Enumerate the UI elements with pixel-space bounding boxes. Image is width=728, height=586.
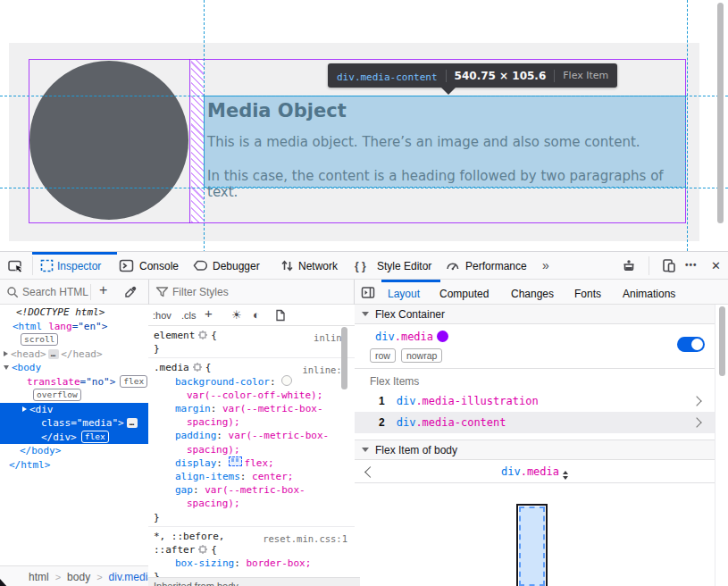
flex-highlight-toggle[interactable] bbox=[677, 337, 705, 352]
toggle-knob bbox=[691, 339, 703, 350]
more-tools-chevron-icon[interactable]: » bbox=[542, 258, 549, 272]
flex-toggle-icon[interactable] bbox=[229, 456, 242, 466]
overflow-badge-row: overflow bbox=[0, 389, 148, 403]
highlighter-tooltip: div.media-content 540.75 × 105.6 Flex It… bbox=[328, 63, 617, 88]
sidebar-tabs-row: Layout Computed Changes Fonts Animations bbox=[355, 280, 728, 305]
head-node[interactable]: <head>…</head> bbox=[0, 347, 148, 362]
dark-theme-icon[interactable]: ◐ bbox=[253, 308, 260, 322]
tab-console[interactable]: Console bbox=[139, 260, 179, 272]
active-tab-indicator bbox=[32, 252, 117, 255]
overflow-badge[interactable]: overflow bbox=[33, 389, 81, 401]
pseudo-class-toggle[interactable]: :hov bbox=[153, 310, 172, 321]
html-node[interactable]: <htmllang="en"> bbox=[0, 320, 148, 334]
tab-fonts[interactable]: Fonts bbox=[574, 288, 601, 300]
rule-highlighter-icon[interactable] bbox=[193, 363, 202, 372]
console-icon bbox=[119, 258, 134, 273]
search-input[interactable]: Search HTML bbox=[22, 286, 88, 298]
twisty-icon[interactable] bbox=[4, 365, 9, 370]
css-rule-media[interactable]: .media{inline:5 background-colorvar(--co… bbox=[148, 358, 355, 526]
decl-display[interactable]: displayflex; bbox=[154, 456, 347, 470]
decl-align-items[interactable]: align-itemscenter; bbox=[154, 470, 347, 483]
color-swatch[interactable] bbox=[281, 375, 292, 386]
body-close-node[interactable]: </body> bbox=[0, 444, 148, 458]
toolbar-separator bbox=[90, 284, 91, 300]
tab-inspector[interactable]: Inspector bbox=[57, 260, 101, 272]
responsive-design-icon[interactable] bbox=[660, 257, 678, 275]
class-toggle[interactable]: .cls bbox=[181, 310, 197, 321]
browser-toolbox-icon[interactable] bbox=[620, 257, 638, 275]
rule-highlighter-icon[interactable] bbox=[198, 331, 207, 339]
tab-debugger[interactable]: Debugger bbox=[213, 260, 260, 272]
sidebar-scrollbar-thumb[interactable] bbox=[719, 306, 725, 376]
tab-layout[interactable]: Layout bbox=[388, 288, 420, 300]
add-rule-icon[interactable]: + bbox=[205, 306, 213, 321]
doctype-node[interactable]: <!DOCTYPE html> bbox=[0, 306, 148, 320]
flex-item-row-2[interactable]: 2 div.media-content bbox=[355, 412, 715, 433]
decl-background-color[interactable]: background-colorvar(--color-off-white); bbox=[154, 375, 347, 402]
sidebar-scrollbar-track bbox=[715, 305, 715, 586]
flex-badge[interactable]: flex bbox=[120, 375, 147, 388]
page-viewport: Media Object This is a media object. The… bbox=[0, 0, 728, 251]
light-theme-icon[interactable]: ☀ bbox=[231, 308, 242, 322]
decl-margin[interactable]: marginvar(--metric-box-spacing); bbox=[154, 402, 347, 429]
flex-badges: row nowrap bbox=[370, 348, 442, 363]
flex-item-of-body-section-header[interactable]: Flex Item of body bbox=[355, 440, 715, 460]
decl-box-sizing[interactable]: box-sizingborder-box; bbox=[154, 557, 347, 570]
flex-item-selector[interactable]: div.media bbox=[355, 465, 715, 480]
flex-item-diagram bbox=[516, 504, 548, 586]
tooltip-arrow bbox=[441, 88, 456, 95]
rule-source-link[interactable]: reset.min.css:1 bbox=[263, 532, 347, 546]
decl-padding[interactable]: paddingvar(--metric-box-spacing); bbox=[154, 429, 347, 456]
breadcrumb-html[interactable]: html bbox=[29, 571, 49, 583]
tab-changes[interactable]: Changes bbox=[511, 288, 554, 300]
body-node[interactable]: <body bbox=[0, 361, 148, 375]
rules-toolbar: :hov .cls + ☀ ◐ bbox=[148, 305, 355, 326]
html-close-node[interactable]: </html> bbox=[0, 458, 148, 473]
tab-animations[interactable]: Animations bbox=[623, 288, 675, 300]
add-node-icon[interactable]: + bbox=[99, 282, 107, 298]
decl-gap[interactable]: gapvar(--metric-box-spacing); bbox=[154, 483, 347, 510]
flex-wrap-badge: nowrap bbox=[401, 348, 442, 363]
css-rule-element[interactable]: element{inline } bbox=[148, 326, 355, 358]
rule-highlighter-icon[interactable] bbox=[198, 545, 207, 554]
markup-tree: <!DOCTYPE html> <htmllang="en"> scroll <… bbox=[0, 306, 148, 565]
twisty-icon[interactable] bbox=[22, 406, 27, 412]
eyedropper-icon[interactable] bbox=[123, 285, 138, 299]
scroll-badge[interactable]: scroll bbox=[21, 333, 58, 346]
close-icon[interactable]: ✕ bbox=[711, 259, 721, 272]
breadcrumb-div-media[interactable]: div.media bbox=[109, 571, 154, 583]
tab-performance[interactable]: Performance bbox=[465, 260, 527, 272]
tooltip-selector: div.media-content bbox=[337, 67, 438, 84]
chevron-right-icon bbox=[691, 417, 701, 427]
flex-item-row-1[interactable]: 1 div.media-illustration bbox=[355, 390, 715, 412]
menu-icon[interactable]: ••• bbox=[685, 260, 698, 270]
print-media-icon[interactable] bbox=[274, 309, 286, 322]
body-attrs-row[interactable]: translate="no">flex bbox=[0, 375, 148, 389]
ellipsis-expander[interactable]: … bbox=[48, 349, 59, 359]
flex-highlight-color-swatch[interactable] bbox=[437, 331, 448, 342]
breadcrumb-body[interactable]: body bbox=[67, 571, 90, 583]
flex-badge[interactable]: flex bbox=[81, 431, 109, 443]
filter-styles-input[interactable]: Filter Styles bbox=[172, 286, 229, 298]
devtools-toolbar: Inspector Console Debugger Network { } S… bbox=[0, 252, 728, 280]
tab-computed[interactable]: Computed bbox=[439, 288, 489, 300]
node-picker-icon[interactable] bbox=[7, 257, 25, 275]
twisty-icon bbox=[362, 448, 369, 452]
breadcrumb-separator: > bbox=[96, 572, 102, 582]
tab-style-editor[interactable]: Style Editor bbox=[377, 260, 431, 272]
section-divider bbox=[355, 368, 715, 369]
rules-scrollbar-thumb[interactable] bbox=[341, 327, 347, 389]
tab-network[interactable]: Network bbox=[298, 260, 338, 272]
markup-search-row: Search HTML + bbox=[0, 280, 148, 305]
flex-container-section-header[interactable]: Flex Container bbox=[355, 304, 715, 324]
flex-direction-badge: row bbox=[370, 348, 396, 363]
tooltip-flex-item-label: Flex Item bbox=[563, 70, 608, 81]
twisty-icon[interactable] bbox=[4, 351, 8, 356]
flex-container-selector[interactable]: div.media bbox=[375, 331, 433, 343]
ellipsis-expander[interactable]: … bbox=[127, 418, 138, 428]
inherited-from-body-header: Inherited from body bbox=[148, 577, 360, 586]
flex-guide-horizontal-top bbox=[0, 96, 728, 96]
sidebar-toggle-icon[interactable] bbox=[361, 286, 375, 299]
selected-div-media-node[interactable]: <div class="media">… </div>flex bbox=[0, 403, 148, 445]
page-scrollbar-thumb[interactable] bbox=[717, 3, 724, 223]
